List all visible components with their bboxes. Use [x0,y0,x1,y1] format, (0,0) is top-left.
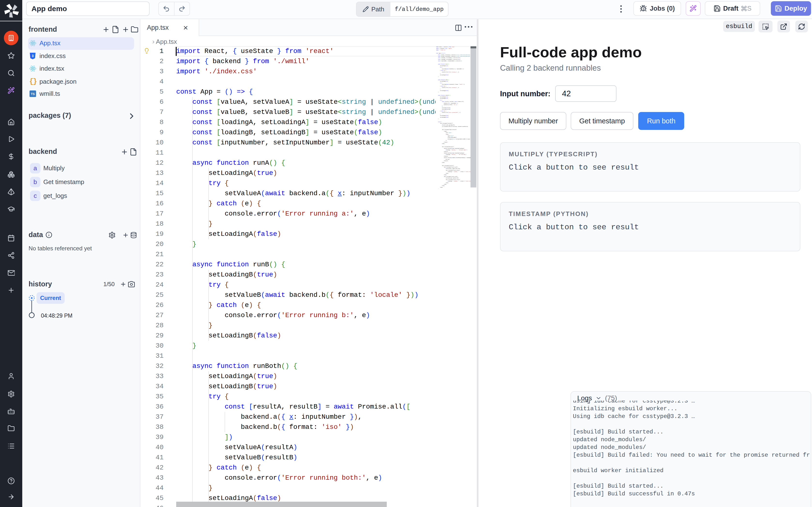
svg-text:TS: TS [31,93,35,96]
svg-text:3: 3 [32,54,34,58]
